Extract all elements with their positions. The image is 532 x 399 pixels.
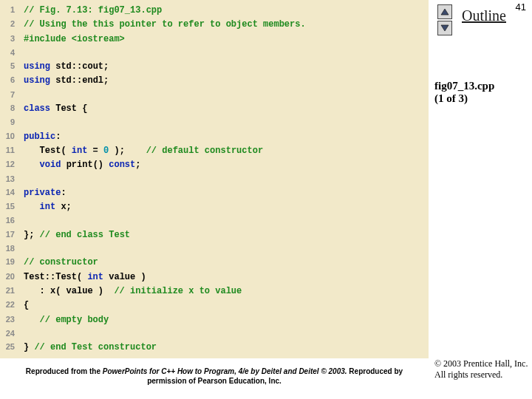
line-number: 4 <box>0 46 18 59</box>
code-text: { <box>18 299 29 312</box>
arrow-down-icon <box>440 24 449 32</box>
footer-attribution: Reproduced from the PowerPoints for C++ … <box>15 366 414 386</box>
page-number: 41 <box>516 1 526 13</box>
svg-marker-0 <box>441 9 449 15</box>
code-line: 9 <box>0 115 429 129</box>
code-text: Test( int = 0 ); // default constructor <box>18 144 263 157</box>
code-text: using std::endl; <box>18 74 109 87</box>
code-line: 8class Test { <box>0 101 429 115</box>
code-line: 4 <box>0 46 429 59</box>
code-line: 2// Using the this pointer to refer to o… <box>0 17 429 31</box>
code-line: 7 <box>0 88 429 101</box>
sidebar: 41 Outline fig07_13.cpp (1 of 3) © 2003 … <box>429 0 532 399</box>
line-number: 20 <box>0 270 18 283</box>
line-number: 13 <box>0 172 18 185</box>
line-number: 19 <box>0 255 18 268</box>
next-button[interactable] <box>437 21 452 35</box>
code-text: } // end Test constructor <box>18 341 157 354</box>
outline-heading: Outline <box>462 7 506 24</box>
line-number: 7 <box>0 88 18 101</box>
line-number: 16 <box>0 214 18 227</box>
line-number: 10 <box>0 129 18 143</box>
arrow-up-icon <box>440 8 449 16</box>
line-number: 21 <box>0 284 18 297</box>
line-number: 22 <box>0 298 18 311</box>
line-number: 25 <box>0 340 18 353</box>
line-number: 11 <box>0 143 18 157</box>
code-line: 21 : x( value ) // initialize x to value <box>0 284 429 298</box>
code-line: 16 <box>0 214 429 227</box>
file-name-label: fig07_13.cpp <box>434 80 526 92</box>
code-text: private: <box>18 186 66 200</box>
footer-prefix: Reproduced from the <box>26 367 103 375</box>
code-text: using std::cout; <box>18 60 109 73</box>
code-listing: 1// Fig. 7.13: fig07_13.cpp2// Using the… <box>0 0 429 358</box>
code-text: class Test { <box>18 102 87 115</box>
code-line: 24 <box>0 327 429 340</box>
code-line: 25} // end Test constructor <box>0 340 429 354</box>
code-text: void print() const; <box>18 158 140 171</box>
line-number: 24 <box>0 327 18 340</box>
line-number: 1 <box>0 3 18 16</box>
copyright-line-2: All rights reserved. <box>434 369 528 381</box>
code-line: 14private: <box>0 185 429 200</box>
code-text: int x; <box>18 200 72 214</box>
code-text: Test::Test( int value ) <box>18 270 146 284</box>
code-text: // constructor <box>18 256 98 269</box>
line-number: 15 <box>0 200 18 213</box>
code-line: 15 int x; <box>0 200 429 214</box>
code-line: 18 <box>0 242 429 255</box>
code-line: 19// constructor <box>0 255 429 269</box>
part-label: (1 of 3) <box>434 92 526 105</box>
code-line: 3#include <iostream> <box>0 32 429 46</box>
code-line: 20Test::Test( int value ) <box>0 270 429 284</box>
line-number: 3 <box>0 32 18 45</box>
svg-marker-1 <box>441 25 449 31</box>
line-number: 6 <box>0 73 18 86</box>
line-number: 23 <box>0 313 18 326</box>
code-line: 10public: <box>0 129 429 143</box>
code-line: 17}; // end class Test <box>0 228 429 242</box>
line-number: 5 <box>0 59 18 72</box>
code-line: 22{ <box>0 298 429 312</box>
line-number: 12 <box>0 157 18 171</box>
code-line: 1// Fig. 7.13: fig07_13.cpp <box>0 3 429 17</box>
code-line: 5using std::cout; <box>0 59 429 73</box>
line-number: 9 <box>0 115 18 129</box>
code-line: 13 <box>0 172 429 185</box>
line-number: 8 <box>0 101 18 115</box>
code-text: // Using the this pointer to refer to ob… <box>18 18 306 31</box>
copyright-line-1: © 2003 Prentice Hall, Inc. <box>434 358 528 370</box>
line-number: 2 <box>0 17 18 30</box>
line-number: 14 <box>0 185 18 199</box>
line-number: 17 <box>0 228 18 241</box>
code-text: #include <iostream> <box>18 33 125 46</box>
copyright-notice: © 2003 Prentice Hall, Inc. All rights re… <box>434 358 528 381</box>
line-number: 18 <box>0 242 18 255</box>
code-text: }; // end class Test <box>18 228 130 242</box>
code-line: 23 // empty body <box>0 313 429 327</box>
code-line: 11 Test( int = 0 ); // default construct… <box>0 143 429 157</box>
code-text: public: <box>18 130 61 143</box>
footer-italic: PowerPoints for C++ How to Program, 4/e … <box>103 367 349 375</box>
code-text: // empty body <box>18 313 146 327</box>
code-line: 6using std::endl; <box>0 73 429 87</box>
code-text: // Fig. 7.13: fig07_13.cpp <box>18 4 162 17</box>
code-line: 12 void print() const; <box>0 157 429 171</box>
code-text: : x( value ) // initialize x to value <box>18 284 242 298</box>
prev-button[interactable] <box>437 4 452 19</box>
